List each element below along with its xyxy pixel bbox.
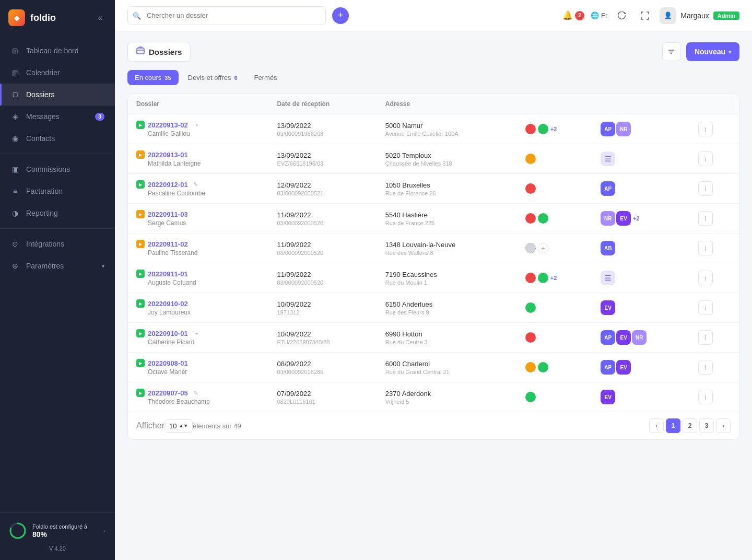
info-cell: i [690, 382, 739, 412]
avatars-cell: EV [592, 382, 690, 412]
tabs: En cours 35 Devis et offres 6 Fermés [127, 70, 739, 85]
date-ref: 1971312 [277, 309, 368, 316]
page-2-button[interactable]: 2 [683, 418, 697, 433]
per-page-value: 10 [169, 422, 177, 430]
search-input[interactable] [127, 6, 326, 25]
address-cell: 6990 Hotton Rue du Centre 3 [377, 323, 517, 353]
avatar: EV [616, 330, 631, 345]
tags-cell [517, 174, 592, 204]
add-tag-button[interactable]: + [538, 243, 548, 253]
page-1-button[interactable]: 1 [666, 418, 680, 433]
header-actions: Nouveau ▾ [662, 42, 739, 61]
tags-cell [517, 293, 592, 323]
globe-icon: 🌐 [591, 11, 599, 19]
dossier-id[interactable]: 20220913-02 [148, 121, 188, 129]
sidebar-nav: ⊞ Tableau de bord ▦ Calendrier □ Dossier… [0, 36, 115, 512]
sidebar-item-dossiers[interactable]: □ Dossiers [0, 84, 115, 106]
dossier-id[interactable]: 20220913-01 [148, 151, 188, 159]
edit-icon[interactable]: ✎ [193, 390, 198, 396]
sidebar-item-commissions[interactable]: ▣ Commissions [0, 158, 115, 180]
tab-count: 35 [164, 75, 171, 81]
info-button[interactable]: i [698, 241, 713, 255]
page-3-button[interactable]: 3 [699, 418, 714, 433]
dossier-id[interactable]: 20220912-01 [148, 181, 188, 189]
info-cell: i [690, 323, 739, 353]
edit-icon[interactable]: ✎ [193, 181, 198, 188]
add-button[interactable]: + [332, 7, 349, 24]
info-button[interactable]: i [698, 330, 713, 345]
address-cell: 1050 Bruxelles Rue de Florence 26 [377, 174, 517, 204]
date-main: 10/09/2022 [277, 300, 368, 308]
per-page-select[interactable]: 10 ▲▼ [164, 419, 193, 433]
sidebar-header: foldio « [0, 0, 115, 36]
dossier-id[interactable]: 20220911-02 [148, 240, 188, 248]
sidebar-item-reporting[interactable]: ◑ Reporting [0, 202, 115, 224]
dossier-person: Théodore Beauchamp [136, 398, 260, 405]
sidebar-item-messages[interactable]: ◈ Messages 3 [0, 106, 115, 127]
address-sub: Rue des Fleurs 9 [385, 309, 509, 316]
admin-badge: Admin [713, 11, 739, 20]
dossier-id[interactable]: 20220910-01 [148, 330, 188, 337]
sidebar-item-contacts[interactable]: ◉ Contacts [0, 127, 115, 149]
date-main: 13/09/2022 [277, 122, 368, 130]
info-button[interactable]: i [698, 122, 713, 136]
language-button[interactable]: 🌐 Fr [591, 11, 607, 19]
avatar: AP [601, 181, 615, 196]
sync-button[interactable] [614, 7, 630, 24]
info-button[interactable]: i [698, 300, 713, 315]
info-cell: i [690, 144, 739, 174]
info-button[interactable]: i [698, 181, 713, 196]
content-area: Dossiers Nouveau ▾ En cours 35 Devis et … [115, 31, 752, 560]
version-label: V 4.20 [8, 545, 107, 552]
dossier-id[interactable]: 20220910-02 [148, 300, 188, 308]
notifications-button[interactable]: 🔔 2 [562, 10, 584, 20]
info-button[interactable]: i [698, 211, 713, 226]
dossier-cell: ▶ 20220911-03 Serge Camus [128, 204, 268, 234]
tag-pill [525, 273, 536, 283]
info-button[interactable]: i [698, 271, 713, 285]
status-indicator: ▶ [136, 389, 145, 397]
tab-en-cours[interactable]: En cours 35 [127, 70, 179, 85]
date-ref: 03/000091986208 [277, 131, 368, 137]
sidebar-item-parametres[interactable]: ⊕ Paramètres ▾ [0, 255, 115, 277]
tab-fermes[interactable]: Fermés [247, 70, 285, 85]
sidebar-item-facturation[interactable]: ≡ Facturation [0, 180, 115, 202]
table-row: ▶ 20220910-02 Joy Lamoureux 10/09/2022 1… [128, 293, 739, 323]
date-cell: 13/09/2022 EVZ/66918196/03 [268, 144, 377, 174]
date-main: 13/09/2022 [277, 151, 368, 159]
setup-progress[interactable]: Foldio est configuré à 80% → [8, 521, 107, 540]
info-button[interactable]: i [698, 390, 713, 404]
next-page-button[interactable]: › [716, 418, 731, 433]
sidebar-item-label: Dossiers [26, 90, 54, 99]
user-section[interactable]: 👤 Margaux Admin [660, 7, 739, 24]
col-tags [517, 94, 592, 114]
avatar: NR [616, 122, 631, 136]
dossier-id[interactable]: 20220907-05 [148, 389, 188, 397]
sidebar-collapse-button[interactable]: « [94, 11, 107, 24]
tab-devis[interactable]: Devis et offres 6 [181, 70, 245, 85]
info-button[interactable]: i [698, 151, 713, 166]
fullscreen-button[interactable] [637, 7, 653, 24]
tags-cell [517, 204, 592, 234]
sidebar-item-label: Contacts [26, 134, 55, 143]
info-button[interactable]: i [698, 360, 713, 375]
date-ref: 03/000092000520 [277, 220, 368, 226]
logo-text: foldio [30, 13, 56, 24]
date-cell: 11/09/2022 03/000092000520 [268, 204, 377, 234]
nouveau-button[interactable]: Nouveau ▾ [686, 42, 739, 61]
dossier-id[interactable]: 20220911-01 [148, 270, 188, 278]
sidebar-item-calendrier[interactable]: ▦ Calendrier [0, 62, 115, 84]
tag-pill [525, 243, 536, 253]
sidebar-item-tableau[interactable]: ⊞ Tableau de bord [0, 40, 115, 62]
filter-button[interactable] [662, 42, 681, 61]
share-icon[interactable]: ⇢ [193, 330, 198, 337]
dossier-id[interactable]: 20220908-01 [148, 359, 188, 367]
sidebar-item-integrations[interactable]: ⊙ Intégrations [0, 233, 115, 255]
date-ref: E7U/2266907840/88 [277, 339, 368, 345]
info-cell: i [690, 353, 739, 382]
dossier-cell: ▶ 20220907-05 ✎ Théodore Beauchamp [128, 382, 268, 412]
status-indicator: ▶ [136, 180, 145, 189]
dossier-id[interactable]: 20220911-03 [148, 211, 188, 218]
share-icon[interactable]: ⇢ [193, 122, 198, 129]
prev-page-button[interactable]: ‹ [649, 418, 664, 433]
